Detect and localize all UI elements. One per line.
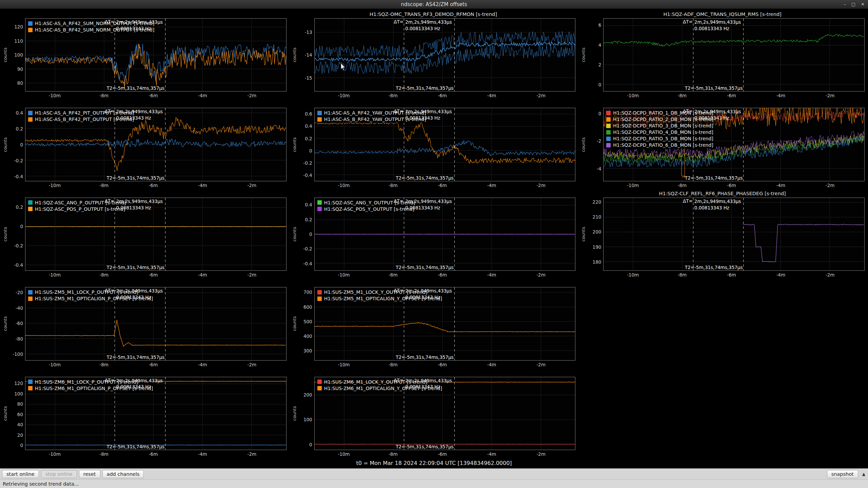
plot-canvas[interactable]: ΔT=2m,2s,949ms,433µs0.00813343 HzT2=-5m,… [603, 18, 865, 92]
plot-title [580, 101, 865, 108]
trace-H1:SQZ-OMC_TRANS_RF3_DEMOD_RFMON min [315, 43, 575, 74]
cursor-t2[interactable] [743, 198, 744, 270]
cursor-t2[interactable] [743, 108, 744, 181]
x-tick-label: -4m [487, 272, 496, 278]
plot-sus-zm6-y[interactable]: counts2001000ΔT=2m,2s,949ms,433µs0.00813… [291, 370, 576, 458]
start-online-button[interactable]: start online [2, 470, 39, 478]
x-ticks: -10m-8m-6m-4m-2m [314, 450, 576, 458]
trace-H1:SQZ-ADF_OMC_TRANS_IQSUM_RMS [604, 34, 864, 46]
window-titlebar[interactable]: ndscope: AS42/ZM offsets – ▢ ✕ [0, 0, 868, 9]
cursor-t2[interactable] [165, 19, 165, 91]
y-tick-label: 0 [20, 224, 23, 229]
plot-title: H1:SQZ-OMC_TRANS_RF3_DEMOD_RFMON [s-tren… [291, 12, 576, 18]
plot-canvas[interactable]: ΔT=2m,2s,949ms,433µs0.00813343 HzT2=-5m,… [25, 108, 287, 181]
cursor-t1[interactable] [693, 198, 693, 270]
y-tick-label: -14 [305, 52, 312, 58]
plot-canvas[interactable]: ΔT=2m,2s,949ms,433µs0.00813343 HzT2=-5m,… [314, 198, 576, 271]
cursor-t2[interactable] [165, 377, 165, 450]
plot-asc-as-rf42-pit[interactable]: counts0.40.20-0.2-0.4ΔT=2m,2s,949ms,433µ… [2, 101, 287, 188]
cursor-t2-annotation: T2=-5m,31s,74ms,357µs [107, 175, 165, 181]
x-tick-label: -10m [49, 362, 61, 367]
legend-entry: H1:SQZ-DCPD_RATIO_3_DB_MON [s-trend] [606, 123, 713, 128]
y-ticks: 0.20-0.2-0.4 [8, 198, 25, 271]
x-tick-label: -10m [49, 93, 61, 98]
cursor-t2[interactable] [454, 377, 455, 450]
plot-canvas[interactable]: ΔT=2m,2s,949ms,433µs0.00813343 HzT2=-5m,… [25, 287, 287, 360]
cursor-t2[interactable] [454, 108, 455, 181]
x-tick-label: -8m [389, 272, 398, 278]
y-tick-label: 0.2 [16, 126, 23, 131]
plot-sus-zm5-p[interactable]: counts-20-40-60-80-100ΔT=2m,2s,949ms,433… [2, 280, 287, 368]
plot-canvas[interactable]: ΔT=2m,2s,949ms,433µs0.00813343 HzT2=-5m,… [314, 377, 576, 450]
plot-canvas[interactable]: ΔT=2m,2s,949ms,433µs0.00813343 HzT2=-5m,… [314, 18, 576, 92]
cursor-t1[interactable] [693, 19, 693, 91]
x-tick-label: -8m [389, 451, 398, 457]
cursor-t2[interactable] [165, 287, 165, 360]
plot-title [291, 191, 576, 198]
legend-swatch-icon [28, 297, 33, 301]
cursor-t1[interactable] [404, 19, 404, 91]
corner-arrow-icon[interactable]: ▲ [862, 472, 865, 476]
plot-sus-zm5-y[interactable]: counts700600500400300ΔT=2m,2s,949ms,433µ… [291, 280, 576, 368]
plot-title [291, 101, 576, 108]
plot-title [291, 370, 576, 377]
y-tick-label: 210 [593, 214, 601, 220]
cursor-t2[interactable] [165, 108, 165, 181]
y-ticks: 0.60.40.20-0.2-0.4 [297, 108, 314, 181]
plot-canvas[interactable]: ΔT=2m,2s,949ms,433µs0.00813343 HzT2=-5m,… [603, 198, 865, 271]
cursor-t2[interactable] [165, 198, 165, 270]
add-channels-button[interactable]: add channels [102, 470, 144, 478]
cursor-t2-annotation: T2=-5m,31s,74ms,357µs [107, 444, 165, 449]
y-axis-label: counts [291, 287, 297, 360]
plot-canvas[interactable]: ΔT=2m,2s,949ms,433µs0.00813343 HzT2=-5m,… [314, 108, 576, 181]
plot-sqz-adf-omc-trans-iqsum-rms[interactable]: H1:SQZ-ADF_OMC_TRANS_IQSUM_RMS [s-trend]… [580, 12, 865, 99]
reset-button[interactable]: reset [79, 470, 100, 478]
x-tick-label: -8m [99, 451, 108, 457]
legend-swatch-icon [606, 111, 611, 115]
legend-swatch-icon [28, 207, 33, 211]
x-tick-label: -8m [99, 272, 108, 278]
x-tick-label: -10m [49, 451, 61, 457]
cursor-t2[interactable] [743, 19, 744, 91]
y-tick-label: 0.2 [305, 136, 312, 141]
legend-entry: H1:SQZ-DCPD_RATIO_6_DB_MON [s-trend] [606, 142, 713, 148]
x-tick-label: -4m [198, 451, 207, 457]
y-tick-label: 0 [20, 443, 23, 448]
plot-sqz-asc-p[interactable]: counts0.20-0.2-0.4ΔT=2m,2s,949ms,433µs0.… [2, 191, 287, 278]
maximize-icon[interactable]: ▢ [851, 2, 855, 7]
x-ticks: -10m-8m-6m-4m-2m [603, 92, 865, 99]
plot-sus-zm6-p[interactable]: counts120100806040200ΔT=2m,2s,949ms,433µ… [2, 370, 287, 458]
plot-title [2, 370, 287, 377]
x-tick-label: -2m [248, 451, 257, 457]
y-tick-label: -0.2 [303, 246, 312, 251]
y-axis-label: counts [291, 108, 297, 181]
y-tick-label: 20 [17, 432, 23, 438]
plot-canvas[interactable]: ΔT=2m,2s,949ms,433µs0.00813343 HzT2=-5m,… [314, 287, 576, 360]
snapshot-button[interactable]: snapshot [827, 470, 858, 478]
close-icon[interactable]: ✕ [861, 2, 865, 7]
x-tick-label: -6m [438, 451, 447, 457]
y-tick-label: 400 [303, 333, 312, 339]
plot-sqz-clf-refl-rf6-phase[interactable]: H1:SQZ-CLF_REFL_RF6_PHASE_PHASEDEG [s-tr… [580, 191, 865, 278]
cursor-t2[interactable] [454, 287, 455, 360]
plot-sqz-omc-trans-rf3-demod-rfmon[interactable]: H1:SQZ-OMC_TRANS_RF3_DEMOD_RFMON [s-tren… [291, 12, 576, 99]
plot-canvas[interactable]: ΔT=2m,2s,949ms,433µs0.00813343 HzT2=-5m,… [603, 108, 865, 181]
plot-asc-as-rf42-sum-norm[interactable]: counts1201101009080ΔT=2m,2s,949ms,433µs0… [2, 12, 287, 99]
plot-canvas[interactable]: ΔT=2m,2s,949ms,433µs0.00813343 HzT2=-5m,… [25, 377, 287, 450]
plot-canvas[interactable]: ΔT=2m,2s,949ms,433µs0.00813343 HzT2=-5m,… [25, 18, 287, 92]
bottom-toolbar: start online stop online reset add chann… [0, 468, 868, 479]
legend-swatch-icon [317, 111, 322, 115]
plot-asc-as-rf42-yaw[interactable]: counts0.60.40.20-0.2-0.4ΔT=2m,2s,949ms,4… [291, 101, 576, 188]
cursor-t2[interactable] [454, 198, 455, 270]
y-tick-label: -13 [305, 29, 312, 35]
plot-sqz-dcpd-ratio-db-mon[interactable]: counts0-2-4ΔT=2m,2s,949ms,433µs0.0081334… [580, 101, 865, 188]
legend-swatch-icon [606, 137, 611, 141]
plot-title [2, 191, 287, 198]
ndscope-window: ndscope: AS42/ZM offsets – ▢ ✕ counts120… [0, 0, 868, 488]
x-tick-label: -8m [678, 272, 687, 278]
trace-H1:SQZ-ASC_POS_Y_OUTPUT [315, 234, 575, 235]
cursor-t2[interactable] [454, 19, 455, 91]
plot-sqz-asc-y[interactable]: counts0.40.20-0.2-0.4ΔT=2m,2s,949ms,433µ… [291, 191, 576, 278]
minimize-icon[interactable]: – [844, 2, 846, 7]
plot-canvas[interactable]: ΔT=2m,2s,949ms,433µs0.00813343 HzT2=-5m,… [25, 198, 287, 271]
